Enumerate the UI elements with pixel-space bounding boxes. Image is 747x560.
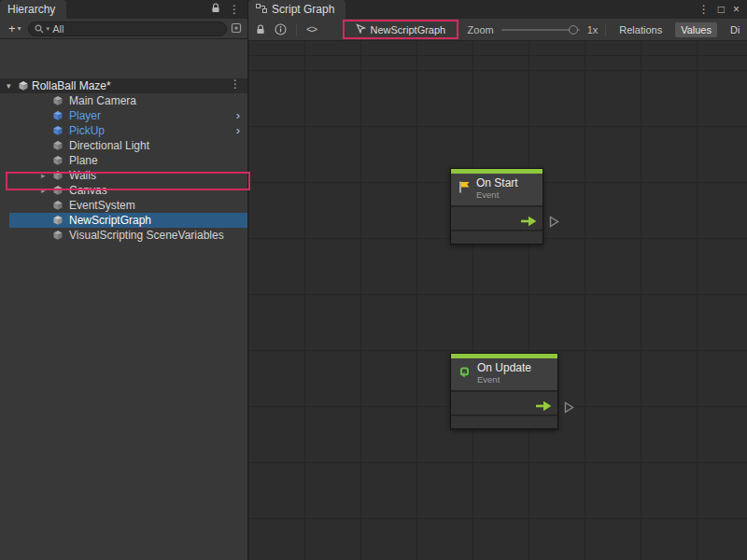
lock-icon[interactable]	[256, 24, 265, 35]
graph-canvas[interactable]: On Start Event	[248, 41, 747, 560]
lock-icon[interactable]	[211, 3, 220, 16]
graph-toolbar: <> NewScriptGraph Zoom 1x Relations Valu…	[248, 19, 747, 41]
item-label: PickUp	[69, 123, 105, 138]
node-header[interactable]: On Update Event	[451, 358, 557, 390]
hierarchy-tab-icons: ⋮	[204, 0, 247, 19]
hierarchy-tabbar: Hierarchy ⋮	[0, 0, 247, 19]
expand-arrow-icon[interactable]: ▸	[41, 168, 46, 183]
node-on-update[interactable]: On Update Event	[450, 353, 558, 429]
item-label: VisualScripting SceneVariables	[69, 228, 224, 243]
values-toggle[interactable]: Values	[675, 22, 717, 37]
toolbar-separator	[605, 23, 606, 36]
hierarchy-item-main-camera[interactable]: Main Camera	[0, 93, 247, 108]
zoom-slider-knob[interactable]	[569, 25, 578, 35]
script-graph-tab-label: Script Graph	[272, 3, 334, 16]
close-icon[interactable]: ×	[733, 4, 740, 15]
code-view-icon[interactable]: <>	[306, 24, 317, 35]
update-loop-icon	[458, 365, 472, 383]
unity-editor-window: Hierarchy ⋮ + ▾ ▾	[0, 0, 747, 560]
window-controls: ⋮ □ ×	[691, 0, 747, 19]
node-footer	[451, 230, 543, 244]
menu-dots-icon[interactable]: ⋮	[698, 4, 710, 15]
node-title-block: On Update Event	[477, 362, 531, 385]
hierarchy-item-walls[interactable]: ▸ Walls	[0, 168, 247, 183]
tab-script-graph[interactable]: Script Graph	[248, 0, 345, 19]
scene-menu-dots-icon[interactable]: ⋮	[230, 78, 241, 90]
item-label: Plane	[69, 153, 98, 168]
hierarchy-panel: Hierarchy ⋮ + ▾ ▾	[0, 0, 247, 560]
item-label: Player	[69, 108, 101, 123]
script-graph-tab-icon	[256, 3, 267, 16]
script-graph-asset-icon	[356, 23, 366, 35]
picker-icon[interactable]	[231, 21, 242, 37]
cube-icon	[52, 230, 63, 245]
node-footer	[451, 414, 557, 428]
script-graph-panel: Script Graph ⋮ □ × <> NewScriptGraph	[247, 0, 747, 560]
output-flow-port-icon[interactable]	[521, 214, 537, 231]
node-title-block: On Start Event	[476, 177, 518, 201]
hierarchy-item-directional-light[interactable]: Directional Light	[0, 138, 247, 153]
output-flow-port-icon[interactable]	[536, 399, 552, 415]
graph-tabbar: Script Graph ⋮ □ ×	[248, 0, 747, 19]
collapse-arrow-icon[interactable]: ▾	[7, 78, 11, 93]
node-title: On Start	[476, 177, 518, 190]
node-title: On Update	[477, 362, 531, 375]
item-label: NewScriptGraph	[69, 213, 151, 228]
hierarchy-item-plane[interactable]: Plane	[0, 153, 247, 168]
graph-asset-breadcrumb[interactable]: NewScriptGraph	[343, 20, 458, 39]
scene-name: RollaBall Maze*	[32, 78, 111, 93]
graph-name-label: NewScriptGraph	[371, 24, 446, 35]
item-label: Canvas	[69, 183, 107, 198]
toolbar-separator	[296, 23, 297, 36]
expand-arrow-icon[interactable]: ▸	[41, 183, 46, 198]
node-port-row	[451, 205, 543, 230]
zoom-value: 1x	[587, 24, 599, 35]
chevron-down-icon: ▾	[18, 24, 21, 33]
prefab-open-chevron-icon[interactable]: ›	[236, 123, 240, 138]
node-subtitle: Event	[477, 375, 531, 385]
hierarchy-item-player[interactable]: Player ›	[0, 108, 247, 123]
node-header[interactable]: On Start Event	[451, 174, 543, 205]
hierarchy-item-pickup[interactable]: PickUp ›	[0, 123, 247, 138]
menu-dots-icon[interactable]: ⋮	[229, 4, 240, 15]
hierarchy-search[interactable]: ▾	[28, 21, 227, 36]
item-label: Directional Light	[69, 138, 149, 153]
unconnected-port-triangle-icon[interactable]	[549, 215, 559, 231]
item-label: EventSystem	[69, 198, 135, 213]
zoom-slider[interactable]	[501, 29, 580, 31]
create-button[interactable]: + ▾	[6, 21, 24, 35]
hierarchy-item-newscriptgraph[interactable]: NewScriptGraph	[9, 213, 247, 228]
hierarchy-item-canvas[interactable]: ▸ Canvas	[0, 183, 247, 198]
zoom-label: Zoom	[468, 24, 494, 35]
hierarchy-tree[interactable]: ▾ RollaBall Maze* ⋮ Main Camera Player ›…	[0, 39, 247, 560]
hierarchy-item-eventsystem[interactable]: EventSystem	[0, 198, 247, 213]
node-port-row	[451, 390, 557, 414]
hierarchy-item-visualscripting-scenevariables[interactable]: VisualScripting SceneVariables	[0, 228, 247, 243]
tab-hierarchy[interactable]: Hierarchy	[0, 0, 66, 19]
maximize-icon[interactable]: □	[718, 4, 725, 15]
hierarchy-tab-label: Hierarchy	[7, 3, 55, 16]
info-icon[interactable]	[275, 23, 287, 35]
search-filter-dropdown-icon[interactable]: ▾	[47, 25, 50, 33]
search-icon	[35, 21, 44, 37]
plus-icon: +	[8, 21, 16, 35]
scene-row[interactable]: ▾ RollaBall Maze* ⋮	[0, 78, 247, 93]
graph-toolbar-right: Zoom 1x Relations Values Di	[468, 22, 740, 37]
search-input[interactable]	[52, 23, 220, 35]
dim-toggle[interactable]: Di	[725, 22, 740, 37]
prefab-open-chevron-icon[interactable]: ›	[236, 108, 240, 123]
relations-toggle[interactable]: Relations	[613, 22, 668, 37]
start-flag-icon	[458, 180, 471, 198]
hierarchy-toolbar: + ▾ ▾	[0, 19, 247, 39]
node-subtitle: Event	[476, 190, 518, 201]
item-label: Main Camera	[69, 93, 136, 108]
unconnected-port-triangle-icon[interactable]	[564, 400, 574, 417]
node-on-start[interactable]: On Start Event	[450, 168, 543, 245]
item-label: Walls	[69, 168, 96, 183]
